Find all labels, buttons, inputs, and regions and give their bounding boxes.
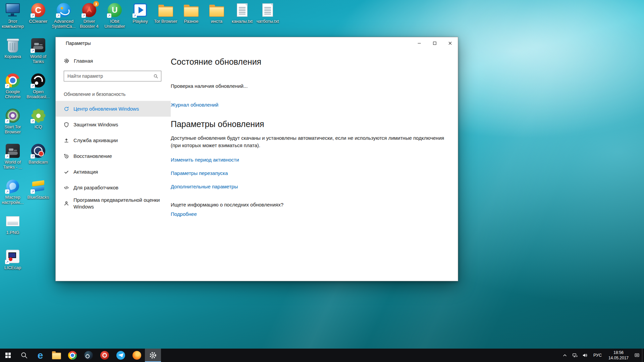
- desktop-icon-bluestacks[interactable]: BlueStacks: [26, 178, 50, 200]
- sync-icon: [64, 106, 69, 112]
- desktop-icon-this-pc[interactable]: Этот компьютер: [1, 2, 25, 29]
- telegram-icon: [116, 351, 125, 360]
- window-title: Параметры: [56, 41, 91, 46]
- network-tray-button[interactable]: [570, 349, 580, 362]
- desktop-icon-chatboty-txt[interactable]: чатботы.txt: [256, 2, 280, 24]
- master-nastroek-icon: [5, 178, 21, 194]
- desktop-icon-driver-booster[interactable]: 3 Driver Booster 4: [77, 2, 101, 29]
- chrome-icon: [68, 351, 77, 360]
- taskbar-telegram-button[interactable]: [113, 349, 129, 362]
- taskbar-steam-button[interactable]: [80, 349, 97, 362]
- sidebar-item-windows-update[interactable]: Центр обновления Windows: [56, 101, 171, 117]
- desktop-icon-iobit-uninstaller[interactable]: IObit Uninstaller: [103, 2, 127, 29]
- settings-main-content: Состояние обновления Проверка наличия об…: [171, 49, 458, 281]
- desktop-icon-1-png[interactable]: 1.PNG: [1, 213, 25, 235]
- insider-person-icon: [64, 201, 69, 206]
- update-history-link[interactable]: Журнал обновлений: [171, 102, 444, 108]
- update-count-badge: 3: [93, 1, 99, 7]
- taskbar-red-app-button[interactable]: [97, 349, 113, 362]
- action-center-button[interactable]: [632, 349, 642, 362]
- sidebar-item-windows-defender[interactable]: Защитник Windows: [56, 117, 171, 132]
- minimize-button[interactable]: [412, 37, 427, 49]
- sidebar-item-recovery[interactable]: Восстановление: [56, 148, 171, 164]
- settings-search-input[interactable]: [67, 73, 153, 79]
- gear-icon: [149, 351, 157, 359]
- sidebar-item-backup[interactable]: Служба архивации: [56, 132, 171, 148]
- taskbar-chrome-button[interactable]: [64, 349, 80, 362]
- folder-icon: [209, 2, 225, 18]
- titlebar[interactable]: Параметры: [56, 37, 458, 49]
- obs-icon: [30, 72, 46, 88]
- start-button[interactable]: [0, 349, 16, 362]
- sidebar-item-insider-program[interactable]: Программа предварительной оценки Windows: [56, 195, 171, 212]
- text-file-icon: [260, 2, 276, 18]
- taskbar-search-button[interactable]: [16, 349, 32, 362]
- shortcut-arrow-icon: [56, 13, 60, 18]
- desktop-icon-google-chrome[interactable]: Google Chrome: [1, 72, 25, 99]
- window-controls: [412, 37, 458, 49]
- ccleaner-icon: [30, 2, 46, 18]
- this-pc-icon: [5, 2, 21, 18]
- taskbar-clock[interactable]: 18:56 14.05.2017: [605, 350, 632, 361]
- taskbar-edge-button[interactable]: [32, 349, 48, 362]
- shortcut-arrow-icon: [5, 260, 9, 264]
- chevron-up-icon: [562, 353, 568, 358]
- desktop-icon-licecap[interactable]: LICEcap: [1, 248, 25, 270]
- desktop-icon-start-tor-browser[interactable]: Start Tor Browser: [1, 108, 25, 134]
- taskbar-file-explorer-button[interactable]: [48, 349, 64, 362]
- desktop-icon-playkey[interactable]: Playkey: [128, 2, 152, 24]
- desktop-icon-obs[interactable]: Open Broadcast...: [26, 72, 50, 99]
- desktop-icon-bandicam[interactable]: Bandicam: [26, 143, 50, 165]
- network-icon: [572, 353, 578, 358]
- taskbar-settings-button[interactable]: [145, 349, 161, 362]
- language-indicator[interactable]: РУС: [590, 349, 605, 362]
- desktop-icon-folder-raznoe[interactable]: Разное: [179, 2, 203, 24]
- settings-search-box: [64, 71, 161, 81]
- maximize-button[interactable]: [427, 37, 442, 49]
- licecap-icon: [5, 248, 21, 264]
- desktop-icon-recycle-bin[interactable]: Корзина: [1, 37, 25, 59]
- tray-time: 18:56: [613, 350, 624, 355]
- search-icon: [20, 352, 28, 359]
- advanced-options-link[interactable]: Дополнительные параметры: [171, 183, 444, 190]
- active-hours-link[interactable]: Изменить период активности: [171, 157, 444, 163]
- desktop-icon-kanaly-txt[interactable]: каналы.txt: [230, 2, 254, 24]
- shortcut-arrow-icon: [132, 13, 137, 18]
- sidebar-home-label: Главная: [74, 58, 93, 64]
- shortcut-arrow-icon: [5, 154, 9, 159]
- image-file-icon: [5, 213, 21, 229]
- desktop-icon-advanced-systemcare[interactable]: Advanced SystemCa...: [52, 2, 76, 29]
- recovery-icon: [64, 154, 69, 159]
- tray-expand-button[interactable]: [560, 349, 570, 362]
- show-desktop-button[interactable]: [642, 349, 644, 362]
- file-explorer-icon: [52, 353, 61, 359]
- desktop-icon-ccleaner[interactable]: CCleaner: [26, 2, 50, 24]
- world-of-tanks-icon: [30, 37, 46, 53]
- desktop-icon-world-of-tanks[interactable]: World of Tanks: [26, 37, 50, 64]
- world-of-tanks-icon: [5, 143, 21, 159]
- volume-tray-button[interactable]: [580, 349, 590, 362]
- sidebar-item-developers[interactable]: Для разработчиков: [56, 180, 171, 195]
- desktop-icon-folder-insta[interactable]: инста: [205, 2, 229, 24]
- shortcut-arrow-icon: [82, 13, 86, 18]
- shortcut-arrow-icon: [31, 13, 35, 18]
- desktop-icon-icq[interactable]: ICQ: [26, 108, 50, 130]
- recycle-bin-icon: [5, 37, 21, 53]
- desktop-icon-master-nastroek[interactable]: Мастер настройк...: [1, 178, 25, 205]
- close-button[interactable]: [442, 37, 458, 49]
- driver-booster-icon: 3: [81, 2, 97, 18]
- shortcut-arrow-icon: [31, 49, 35, 53]
- desktop-icon-world-of-tanks-2[interactable]: World of Tanks - ...: [1, 143, 25, 170]
- shortcut-arrow-icon: [5, 119, 9, 123]
- desktop: Этот компьютер CCleaner Advanced SystemC…: [0, 0, 644, 362]
- sidebar-item-activation[interactable]: Активация: [56, 164, 171, 180]
- restart-options-link[interactable]: Параметры перезапуска: [171, 170, 444, 177]
- sidebar-home[interactable]: Главная: [56, 55, 171, 67]
- update-status-text: Проверка наличия обновлений...: [171, 83, 444, 89]
- desktop-icon-tor-browser-folder[interactable]: Tor Browser: [154, 2, 178, 24]
- taskbar-firefox-button[interactable]: [129, 349, 145, 362]
- system-tray: РУС 18:56 14.05.2017: [560, 349, 644, 362]
- learn-more-link[interactable]: Подробнее: [171, 211, 444, 218]
- bluestac ks-icon: [30, 178, 46, 194]
- text-file-icon: [234, 2, 250, 18]
